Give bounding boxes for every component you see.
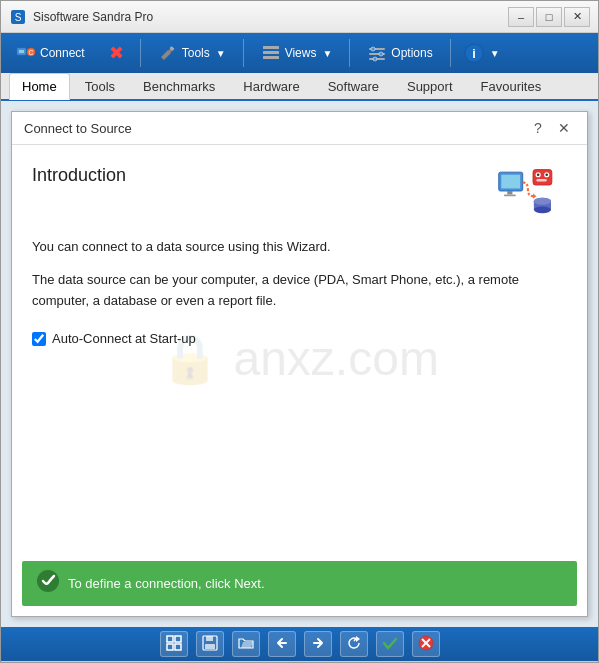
toolbar-views[interactable]: Views ▼ xyxy=(250,38,344,68)
svg-marker-32 xyxy=(533,194,536,199)
svg-text:C: C xyxy=(28,49,33,56)
svg-text:i: i xyxy=(472,46,476,61)
dialog-title: Connect to Source xyxy=(24,121,132,136)
help-icon: i xyxy=(464,43,484,63)
options-icon xyxy=(367,43,387,63)
svg-point-15 xyxy=(373,57,377,61)
dialog-icon-area xyxy=(497,161,567,221)
auto-connect-row: Auto-Connect at Start-up xyxy=(32,331,567,346)
dialog-close-button[interactable]: ✕ xyxy=(553,118,575,138)
toolbar-connect[interactable]: C Connect xyxy=(5,38,96,68)
hint-icon xyxy=(36,569,60,598)
dialog-text-1: You can connect to a data source using t… xyxy=(32,237,567,258)
toolbar-sep-3 xyxy=(349,39,350,67)
app-title: Sisoftware Sandra Pro xyxy=(33,10,508,24)
tab-benchmarks[interactable]: Benchmarks xyxy=(130,73,228,99)
tools-dropdown-icon: ▼ xyxy=(216,48,226,59)
tools-label: Tools xyxy=(182,46,210,60)
bottom-grid-button[interactable] xyxy=(160,631,188,657)
toolbar-help[interactable]: i ▼ xyxy=(457,38,507,68)
svg-rect-7 xyxy=(263,46,279,49)
stop-icon: ✖ xyxy=(107,43,127,63)
dialog-help-button[interactable]: ? xyxy=(527,118,549,138)
views-dropdown-icon: ▼ xyxy=(322,48,332,59)
svg-rect-27 xyxy=(536,179,546,182)
options-label: Options xyxy=(391,46,432,60)
connect-icon: C xyxy=(16,43,36,63)
save-icon xyxy=(202,635,218,654)
svg-rect-22 xyxy=(533,170,552,185)
svg-point-31 xyxy=(534,198,551,205)
svg-point-26 xyxy=(545,173,548,176)
grid-icon xyxy=(166,635,182,654)
main-content-area: Connect to Source ? ✕ Introduction xyxy=(1,101,598,627)
tab-support[interactable]: Support xyxy=(394,73,466,99)
svg-rect-34 xyxy=(167,636,173,642)
svg-rect-8 xyxy=(263,51,279,54)
bottom-refresh-button[interactable] xyxy=(340,631,368,657)
main-toolbar: C Connect ✖ Tools ▼ Views ▼ xyxy=(1,33,598,73)
svg-rect-40 xyxy=(205,644,215,649)
minimize-button[interactable]: – xyxy=(508,7,534,27)
forward-arrow-icon xyxy=(310,635,326,654)
dialog-controls: ? ✕ xyxy=(527,118,575,138)
svg-text:S: S xyxy=(15,12,22,23)
toolbar-sep-2 xyxy=(243,39,244,67)
wizard-icon xyxy=(497,161,557,221)
svg-rect-39 xyxy=(206,636,213,641)
svg-rect-9 xyxy=(263,56,279,59)
connect-label: Connect xyxy=(40,46,85,60)
views-label: Views xyxy=(285,46,317,60)
toolbar-sep-4 xyxy=(450,39,451,67)
open-icon xyxy=(238,635,254,654)
help-dropdown-icon: ▼ xyxy=(490,48,500,59)
menu-tab-bar: Home Tools Benchmarks Hardware Software … xyxy=(1,73,598,101)
svg-point-24 xyxy=(537,173,540,176)
svg-rect-37 xyxy=(175,644,181,650)
refresh-icon xyxy=(346,635,362,654)
bottom-forward-button[interactable] xyxy=(304,631,332,657)
close-button[interactable]: ✕ xyxy=(564,7,590,27)
svg-point-13 xyxy=(379,52,383,56)
svg-point-11 xyxy=(371,47,375,51)
maximize-button[interactable]: □ xyxy=(536,7,562,27)
bottom-toolbar xyxy=(1,627,598,661)
app-icon: S xyxy=(9,8,27,26)
title-bar: S Sisoftware Sandra Pro – □ ✕ xyxy=(1,1,598,33)
toolbar-tools[interactable]: Tools ▼ xyxy=(147,38,237,68)
svg-rect-19 xyxy=(501,175,520,189)
bottom-back-button[interactable] xyxy=(268,631,296,657)
toolbar-options[interactable]: Options xyxy=(356,38,443,68)
tab-software[interactable]: Software xyxy=(315,73,392,99)
bottom-save-button[interactable] xyxy=(196,631,224,657)
bottom-confirm-button[interactable] xyxy=(376,631,404,657)
dialog-body: Introduction xyxy=(12,145,587,561)
dialog-titlebar: Connect to Source ? ✕ xyxy=(12,112,587,145)
toolbar-sep-1 xyxy=(140,39,141,67)
tab-tools[interactable]: Tools xyxy=(72,73,128,99)
auto-connect-label[interactable]: Auto-Connect at Start-up xyxy=(52,331,196,346)
tools-icon xyxy=(158,43,178,63)
svg-rect-35 xyxy=(175,636,181,642)
hint-bar: To define a connection, click Next. xyxy=(22,561,577,606)
svg-rect-21 xyxy=(504,194,516,196)
check-icon xyxy=(382,635,398,654)
tab-favourites[interactable]: Favourites xyxy=(468,73,555,99)
svg-rect-36 xyxy=(167,644,173,650)
bottom-cancel-button[interactable] xyxy=(412,631,440,657)
views-icon xyxy=(261,43,281,63)
toolbar-stop[interactable]: ✖ xyxy=(100,38,134,68)
dialog-text-2: The data source can be your computer, a … xyxy=(32,270,567,312)
auto-connect-checkbox[interactable] xyxy=(32,332,46,346)
hint-text: To define a connection, click Next. xyxy=(68,576,265,591)
tab-home[interactable]: Home xyxy=(9,73,70,100)
svg-rect-3 xyxy=(19,50,24,53)
window-controls: – □ ✕ xyxy=(508,7,590,27)
connect-dialog: Connect to Source ? ✕ Introduction xyxy=(11,111,588,617)
tab-hardware[interactable]: Hardware xyxy=(230,73,312,99)
bottom-open-button[interactable] xyxy=(232,631,260,657)
svg-rect-20 xyxy=(507,191,512,194)
cancel-icon xyxy=(418,635,434,654)
dialog-heading: Introduction xyxy=(32,165,126,186)
dialog-header-row: Introduction xyxy=(32,161,567,221)
